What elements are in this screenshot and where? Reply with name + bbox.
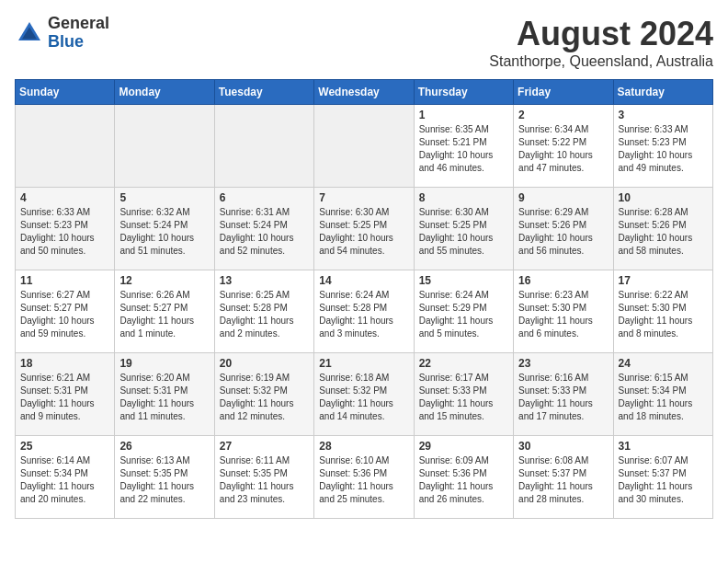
header-sunday: Sunday — [16, 80, 115, 105]
day-number: 28 — [319, 440, 408, 453]
table-row: 10Sunrise: 6:28 AM Sunset: 5:26 PM Dayli… — [613, 188, 712, 270]
day-info: Sunrise: 6:23 AM Sunset: 5:30 PM Dayligh… — [518, 289, 608, 340]
day-number: 13 — [220, 274, 309, 287]
day-info: Sunrise: 6:24 AM Sunset: 5:28 PM Dayligh… — [319, 289, 408, 340]
logo: General Blue — [15, 15, 109, 52]
table-row: 27Sunrise: 6:11 AM Sunset: 5:35 PM Dayli… — [214, 436, 313, 519]
day-info: Sunrise: 6:07 AM Sunset: 5:37 PM Dayligh… — [619, 454, 708, 506]
day-info: Sunrise: 6:16 AM Sunset: 5:33 PM Dayligh… — [518, 372, 608, 423]
day-number: 18 — [20, 357, 109, 370]
table-row — [16, 105, 115, 188]
table-row: 19Sunrise: 6:20 AM Sunset: 5:31 PM Dayli… — [115, 353, 214, 436]
day-number: 11 — [20, 274, 109, 287]
table-row: 7Sunrise: 6:30 AM Sunset: 5:25 PM Daylig… — [314, 188, 414, 270]
day-number: 16 — [518, 274, 608, 287]
table-row: 6Sunrise: 6:31 AM Sunset: 5:24 PM Daylig… — [214, 188, 313, 270]
day-info: Sunrise: 6:34 AM Sunset: 5:22 PM Dayligh… — [518, 123, 608, 175]
day-number: 2 — [518, 109, 608, 121]
header-friday: Friday — [514, 80, 613, 105]
table-row — [115, 105, 214, 188]
day-info: Sunrise: 6:28 AM Sunset: 5:26 PM Dayligh… — [619, 206, 708, 258]
day-info: Sunrise: 6:20 AM Sunset: 5:31 PM Dayligh… — [119, 372, 209, 423]
day-info: Sunrise: 6:10 AM Sunset: 5:36 PM Dayligh… — [319, 454, 408, 506]
day-info: Sunrise: 6:32 AM Sunset: 5:24 PM Dayligh… — [119, 206, 209, 258]
day-number: 12 — [119, 274, 209, 287]
day-info: Sunrise: 6:25 AM Sunset: 5:28 PM Dayligh… — [220, 289, 309, 340]
day-number: 6 — [220, 191, 309, 204]
day-number: 14 — [319, 274, 408, 287]
day-info: Sunrise: 6:30 AM Sunset: 5:25 PM Dayligh… — [419, 206, 508, 258]
day-number: 5 — [119, 191, 209, 204]
day-info: Sunrise: 6:08 AM Sunset: 5:37 PM Dayligh… — [518, 454, 608, 506]
header-thursday: Thursday — [414, 80, 513, 105]
table-row: 21Sunrise: 6:18 AM Sunset: 5:32 PM Dayli… — [314, 353, 414, 436]
calendar-body: 1Sunrise: 6:35 AM Sunset: 5:21 PM Daylig… — [16, 105, 713, 519]
day-info: Sunrise: 6:27 AM Sunset: 5:27 PM Dayligh… — [20, 289, 109, 340]
table-row: 14Sunrise: 6:24 AM Sunset: 5:28 PM Dayli… — [314, 270, 414, 353]
day-info: Sunrise: 6:19 AM Sunset: 5:32 PM Dayligh… — [220, 372, 309, 423]
table-row: 29Sunrise: 6:09 AM Sunset: 5:36 PM Dayli… — [414, 436, 513, 519]
day-info: Sunrise: 6:30 AM Sunset: 5:25 PM Dayligh… — [319, 206, 408, 258]
day-number: 7 — [319, 191, 408, 204]
page-header: General Blue August 2024 Stanthorpe, Que… — [15, 15, 713, 70]
logo-general-text: General — [48, 14, 109, 32]
day-info: Sunrise: 6:18 AM Sunset: 5:32 PM Dayligh… — [319, 372, 408, 423]
day-number: 1 — [419, 109, 508, 121]
day-number: 31 — [619, 440, 708, 453]
table-row: 24Sunrise: 6:15 AM Sunset: 5:34 PM Dayli… — [613, 353, 712, 436]
day-info: Sunrise: 6:11 AM Sunset: 5:35 PM Dayligh… — [220, 454, 309, 506]
day-number: 22 — [419, 357, 508, 370]
day-info: Sunrise: 6:22 AM Sunset: 5:30 PM Dayligh… — [619, 289, 708, 340]
day-number: 29 — [419, 440, 508, 453]
table-row: 25Sunrise: 6:14 AM Sunset: 5:34 PM Dayli… — [16, 436, 115, 519]
table-row: 30Sunrise: 6:08 AM Sunset: 5:37 PM Dayli… — [514, 436, 613, 519]
day-info: Sunrise: 6:33 AM Sunset: 5:23 PM Dayligh… — [619, 123, 708, 175]
day-number: 25 — [20, 440, 109, 453]
table-row: 8Sunrise: 6:30 AM Sunset: 5:25 PM Daylig… — [414, 188, 513, 270]
day-number: 21 — [319, 357, 408, 370]
table-row: 5Sunrise: 6:32 AM Sunset: 5:24 PM Daylig… — [115, 188, 214, 270]
day-info: Sunrise: 6:13 AM Sunset: 5:35 PM Dayligh… — [119, 454, 209, 506]
calendar-table: Sunday Monday Tuesday Wednesday Thursday… — [15, 79, 713, 519]
calendar-header: Sunday Monday Tuesday Wednesday Thursday… — [16, 80, 713, 105]
day-number: 8 — [419, 191, 508, 204]
table-row: 4Sunrise: 6:33 AM Sunset: 5:23 PM Daylig… — [16, 188, 115, 270]
day-number: 19 — [119, 357, 209, 370]
header-tuesday: Tuesday — [214, 80, 313, 105]
day-number: 27 — [220, 440, 309, 453]
day-info: Sunrise: 6:31 AM Sunset: 5:24 PM Dayligh… — [220, 206, 309, 258]
day-info: Sunrise: 6:17 AM Sunset: 5:33 PM Dayligh… — [419, 372, 508, 423]
day-info: Sunrise: 6:29 AM Sunset: 5:26 PM Dayligh… — [518, 206, 608, 258]
table-row: 9Sunrise: 6:29 AM Sunset: 5:26 PM Daylig… — [514, 188, 613, 270]
table-row: 3Sunrise: 6:33 AM Sunset: 5:23 PM Daylig… — [613, 105, 712, 188]
location: Stanthorpe, Queensland, Australia — [489, 53, 713, 70]
table-row: 20Sunrise: 6:19 AM Sunset: 5:32 PM Dayli… — [214, 353, 313, 436]
day-number: 3 — [619, 109, 708, 121]
table-row: 11Sunrise: 6:27 AM Sunset: 5:27 PM Dayli… — [16, 270, 115, 353]
table-row: 22Sunrise: 6:17 AM Sunset: 5:33 PM Dayli… — [414, 353, 513, 436]
day-number: 9 — [518, 191, 608, 204]
day-info: Sunrise: 6:15 AM Sunset: 5:34 PM Dayligh… — [619, 372, 708, 423]
header-monday: Monday — [115, 80, 214, 105]
table-row: 28Sunrise: 6:10 AM Sunset: 5:36 PM Dayli… — [314, 436, 414, 519]
table-row: 17Sunrise: 6:22 AM Sunset: 5:30 PM Dayli… — [613, 270, 712, 353]
day-info: Sunrise: 6:33 AM Sunset: 5:23 PM Dayligh… — [20, 206, 109, 258]
table-row: 13Sunrise: 6:25 AM Sunset: 5:28 PM Dayli… — [214, 270, 313, 353]
table-row: 15Sunrise: 6:24 AM Sunset: 5:29 PM Dayli… — [414, 270, 513, 353]
day-info: Sunrise: 6:26 AM Sunset: 5:27 PM Dayligh… — [119, 289, 209, 340]
day-info: Sunrise: 6:35 AM Sunset: 5:21 PM Dayligh… — [419, 123, 508, 175]
table-row — [314, 105, 414, 188]
day-info: Sunrise: 6:24 AM Sunset: 5:29 PM Dayligh… — [419, 289, 508, 340]
table-row: 2Sunrise: 6:34 AM Sunset: 5:22 PM Daylig… — [514, 105, 613, 188]
day-number: 17 — [619, 274, 708, 287]
day-number: 20 — [220, 357, 309, 370]
table-row: 18Sunrise: 6:21 AM Sunset: 5:31 PM Dayli… — [16, 353, 115, 436]
table-row: 16Sunrise: 6:23 AM Sunset: 5:30 PM Dayli… — [514, 270, 613, 353]
day-info: Sunrise: 6:09 AM Sunset: 5:36 PM Dayligh… — [419, 454, 508, 506]
logo-icon — [15, 18, 44, 48]
day-number: 4 — [20, 191, 109, 204]
table-row: 1Sunrise: 6:35 AM Sunset: 5:21 PM Daylig… — [414, 105, 513, 188]
title-block: August 2024 Stanthorpe, Queensland, Aust… — [489, 15, 713, 70]
day-info: Sunrise: 6:21 AM Sunset: 5:31 PM Dayligh… — [20, 372, 109, 423]
table-row: 23Sunrise: 6:16 AM Sunset: 5:33 PM Dayli… — [514, 353, 613, 436]
